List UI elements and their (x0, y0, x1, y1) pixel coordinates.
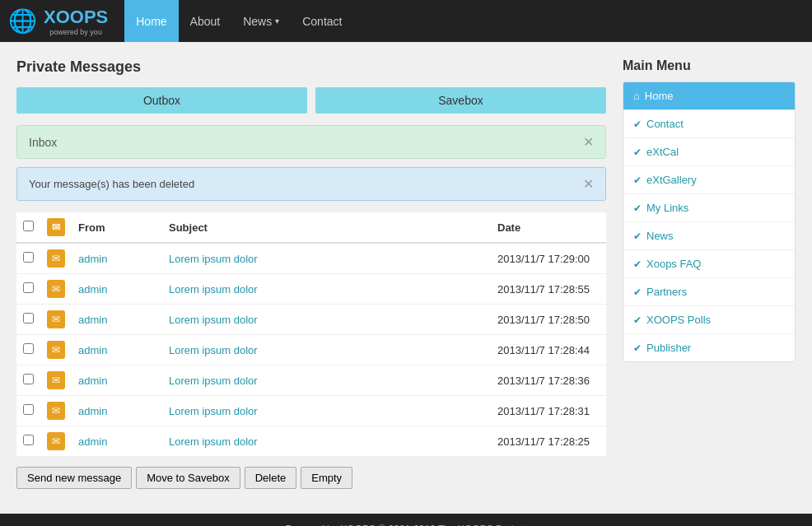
row-icon-cell: ✉ (40, 274, 72, 305)
subject-link[interactable]: Lorem ipsum dolor (169, 314, 258, 326)
nav-item-home[interactable]: Home (124, 0, 178, 42)
row-checkbox[interactable] (23, 252, 34, 263)
home-icon: ⌂ (633, 90, 640, 102)
sidebar-item-xoops-polls[interactable]: ✔XOOPS Polls (623, 306, 795, 334)
sidebar-item-label: XOOPS Polls (646, 314, 711, 326)
row-checkbox[interactable] (23, 343, 34, 354)
envelope-icon: ✉ (47, 310, 65, 328)
messages-table: ✉ From Subject Date ✉ admin Lorem ipsum … (16, 212, 606, 457)
row-checkbox-cell (16, 305, 40, 335)
from-link[interactable]: admin (78, 253, 107, 265)
row-from: admin (72, 365, 162, 396)
alert-box: Your message(s) has been deleted ✕ (16, 167, 606, 201)
table-row: ✉ admin Lorem ipsum dolor 2013/11/7 17:2… (16, 243, 606, 274)
row-checkbox[interactable] (23, 435, 34, 445)
subject-link[interactable]: Lorem ipsum dolor (169, 344, 258, 356)
col-header-from: From (72, 212, 162, 243)
sidebar-item-home[interactable]: ⌂Home (623, 82, 795, 110)
check-icon: ✔ (633, 342, 642, 354)
sidebar-item-label: Partners (646, 286, 687, 298)
nav-item-news[interactable]: News ▾ (231, 0, 291, 42)
row-icon-cell: ✉ (40, 365, 72, 396)
subject-link[interactable]: Lorem ipsum dolor (169, 405, 258, 417)
sidebar-item-partners[interactable]: ✔Partners (623, 278, 795, 306)
footer: Powered by XOOPS © 2001-2013 The XOOPS P… (0, 514, 812, 526)
row-checkbox[interactable] (23, 282, 34, 293)
inbox-close-icon[interactable]: ✕ (583, 134, 594, 150)
delete-button[interactable]: Delete (245, 467, 297, 489)
globe-icon: 🌐 (8, 7, 37, 35)
row-from: admin (72, 426, 162, 457)
col-header-date: Date (491, 212, 606, 243)
page-container: Private Messages Outbox Savebox Inbox ✕ … (0, 42, 812, 505)
row-checkbox-cell (16, 243, 40, 274)
envelope-icon: ✉ (47, 249, 65, 268)
sidebar-item-extcal[interactable]: ✔eXtCal (623, 138, 795, 166)
row-date: 2013/11/7 17:28:31 (491, 396, 606, 426)
check-icon: ✔ (633, 147, 642, 158)
envelope-icon: ✉ (47, 341, 65, 359)
envelope-icon: ✉ (47, 280, 65, 298)
alert-close-icon[interactable]: ✕ (583, 176, 594, 192)
from-link[interactable]: admin (78, 435, 107, 448)
row-date: 2013/11/7 17:28:44 (491, 335, 606, 365)
row-from: admin (72, 396, 162, 426)
row-icon-cell: ✉ (40, 243, 72, 274)
from-link[interactable]: admin (78, 375, 107, 387)
subject-link[interactable]: Lorem ipsum dolor (169, 283, 258, 296)
table-row: ✉ admin Lorem ipsum dolor 2013/11/7 17:2… (16, 274, 606, 305)
row-checkbox[interactable] (23, 313, 34, 324)
savebox-button[interactable]: Savebox (315, 87, 606, 114)
nav-item-about[interactable]: About (179, 0, 232, 42)
row-subject: Lorem ipsum dolor (162, 396, 491, 426)
envelope-icon: ✉ (47, 432, 65, 450)
brand-logo[interactable]: 🌐 XOOPS powered by you (8, 7, 108, 36)
col-header-subject: Subject (162, 212, 491, 243)
sidebar-item-contact[interactable]: ✔Contact (623, 110, 795, 138)
select-all-checkbox[interactable] (23, 221, 34, 231)
from-link[interactable]: admin (78, 344, 107, 356)
alert-text: Your message(s) has been deleted (29, 178, 194, 190)
table-row: ✉ admin Lorem ipsum dolor 2013/11/7 17:2… (16, 335, 606, 365)
sidebar: Main Menu ⌂Home✔Contact✔eXtCal✔eXtGaller… (623, 58, 796, 489)
table-row: ✉ admin Lorem ipsum dolor 2013/11/7 17:2… (16, 305, 606, 335)
row-subject: Lorem ipsum dolor (162, 274, 491, 305)
row-checkbox[interactable] (23, 404, 34, 415)
from-link[interactable]: admin (78, 405, 107, 417)
sidebar-item-my-links[interactable]: ✔My Links (623, 194, 795, 222)
page-title: Private Messages (16, 58, 606, 76)
empty-button[interactable]: Empty (301, 467, 352, 489)
table-row: ✉ admin Lorem ipsum dolor 2013/11/7 17:2… (16, 396, 606, 426)
row-checkbox[interactable] (23, 374, 34, 384)
subject-link[interactable]: Lorem ipsum dolor (169, 253, 258, 265)
row-icon-cell: ✉ (40, 305, 72, 335)
sidebar-item-xoops-faq[interactable]: ✔Xoops FAQ (623, 250, 795, 278)
brand-text: XOOPS powered by you (44, 7, 108, 36)
row-from: admin (72, 335, 162, 365)
nav-item-contact[interactable]: Contact (291, 0, 353, 42)
sidebar-item-news[interactable]: ✔News (623, 222, 795, 250)
from-link[interactable]: admin (78, 283, 107, 296)
from-link[interactable]: admin (78, 314, 107, 326)
nav-items: Home About News ▾ Contact (124, 0, 353, 42)
subject-link[interactable]: Lorem ipsum dolor (169, 435, 258, 448)
sidebar-item-label: Publisher (646, 342, 691, 354)
envelope-icon: ✉ (47, 371, 65, 389)
table-row: ✉ admin Lorem ipsum dolor 2013/11/7 17:2… (16, 365, 606, 396)
row-subject: Lorem ipsum dolor (162, 426, 491, 457)
sidebar-item-extgallery[interactable]: ✔eXtGallery (623, 166, 795, 194)
sidebar-item-label: News (646, 230, 674, 242)
row-checkbox-cell (16, 274, 40, 305)
move-to-savebox-button[interactable]: Move to Savebox (136, 467, 240, 489)
table-row: ✉ admin Lorem ipsum dolor 2013/11/7 17:2… (16, 426, 606, 457)
check-icon: ✔ (633, 286, 642, 298)
row-date: 2013/11/7 17:28:55 (491, 274, 606, 305)
subject-link[interactable]: Lorem ipsum dolor (169, 375, 258, 387)
outbox-button[interactable]: Outbox (16, 87, 307, 114)
row-checkbox-cell (16, 426, 40, 457)
send-new-message-button[interactable]: Send new message (16, 467, 132, 489)
check-icon: ✔ (633, 314, 642, 326)
sidebar-item-publisher[interactable]: ✔Publisher (623, 334, 795, 361)
col-header-icon: ✉ (40, 212, 72, 243)
row-from: admin (72, 274, 162, 305)
